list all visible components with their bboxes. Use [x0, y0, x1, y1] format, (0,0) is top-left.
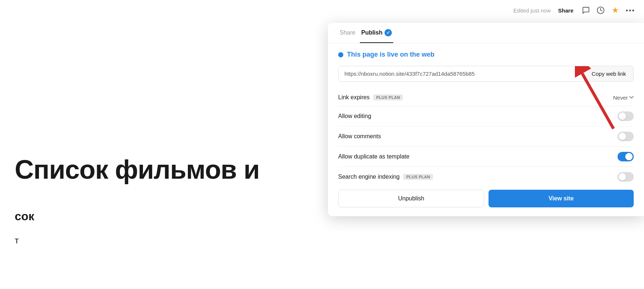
url-input[interactable] [339, 66, 584, 81]
tab-publish[interactable]: Publish ✓ [360, 23, 394, 43]
toggle-knob-2 [619, 133, 626, 140]
link-expires-value: Never [613, 94, 628, 101]
view-site-button[interactable]: View site [489, 190, 634, 207]
search-indexing-badge: PLUS PLAN [403, 174, 433, 180]
allow-comments-label: Allow comments [338, 133, 381, 140]
publish-panel: Share Publish ✓ This page is live on the… [328, 23, 644, 216]
page-sub2: т [15, 235, 19, 246]
svg-point-2 [629, 10, 631, 11]
allow-comments-toggle[interactable] [618, 132, 634, 141]
toggle-knob-3 [625, 153, 633, 160]
page-title: Список фильмов и [15, 154, 260, 185]
link-expires-label: Link expires [338, 94, 369, 101]
share-button[interactable]: Share [555, 6, 576, 15]
comment-icon[interactable] [581, 5, 591, 15]
allow-editing-label: Allow editing [338, 113, 371, 119]
link-expires-row: Link expires PLUS PLAN Never [338, 89, 634, 106]
link-expires-badge: PLUS PLAN [373, 94, 403, 100]
live-status-text: This page is live on the web [347, 51, 434, 58]
tab-share-label: Share [340, 29, 355, 36]
live-status-row: This page is live on the web [338, 51, 634, 58]
edited-status: Edited just now [514, 7, 551, 14]
allow-duplicate-toggle[interactable] [618, 152, 634, 161]
allow-comments-row: Allow comments [338, 126, 634, 147]
link-expires-left: Link expires PLUS PLAN [338, 94, 403, 101]
search-indexing-label: Search engine indexing [338, 174, 400, 180]
search-indexing-row: Search engine indexing PLUS PLAN [338, 167, 634, 187]
tab-publish-label: Publish [361, 29, 383, 36]
favorite-icon[interactable]: ★ [610, 5, 620, 15]
bottom-buttons: Unpublish View site [328, 190, 644, 207]
search-indexing-toggle[interactable] [618, 172, 634, 182]
allow-duplicate-row: Allow duplicate as template [338, 147, 634, 167]
live-dot-icon [338, 52, 343, 57]
allow-duplicate-label: Allow duplicate as template [338, 153, 409, 160]
svg-point-3 [632, 10, 634, 11]
svg-point-1 [626, 10, 628, 11]
unpublish-button[interactable]: Unpublish [338, 190, 484, 207]
toggle-knob-4 [619, 173, 626, 181]
allow-editing-left: Allow editing [338, 113, 371, 119]
panel-body: This page is live on the web Copy web li… [328, 43, 644, 187]
url-row: Copy web link [338, 66, 634, 82]
toolbar: Edited just now Share ★ [0, 0, 644, 21]
page-subtitle: сок [15, 210, 34, 223]
history-icon[interactable] [595, 5, 606, 15]
link-expires-dropdown[interactable]: Never [613, 94, 634, 101]
allow-duplicate-left: Allow duplicate as template [338, 153, 409, 160]
publish-check-icon: ✓ [384, 29, 392, 36]
copy-web-link-button[interactable]: Copy web link [584, 66, 633, 81]
toggle-knob [619, 113, 626, 120]
panel-tabs: Share Publish ✓ [328, 23, 644, 43]
more-icon[interactable] [625, 5, 635, 15]
allow-editing-row: Allow editing [338, 106, 634, 126]
allow-editing-toggle[interactable] [618, 111, 634, 121]
allow-comments-left: Allow comments [338, 133, 381, 140]
tab-share[interactable]: Share [338, 24, 357, 43]
search-indexing-left: Search engine indexing PLUS PLAN [338, 174, 433, 180]
